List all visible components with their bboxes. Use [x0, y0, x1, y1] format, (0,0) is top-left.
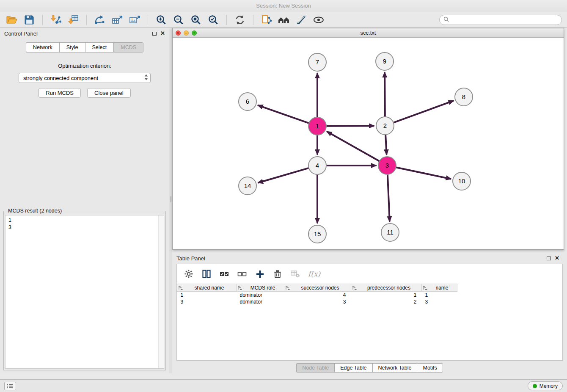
zoom-in-icon[interactable] [154, 14, 168, 26]
graph-node-label-6: 6 [246, 98, 249, 105]
network-window-title: scc.txt [173, 30, 564, 36]
table-cell[interactable]: 4 [284, 292, 351, 298]
graph-edge-2-8[interactable] [394, 101, 453, 122]
memory-button[interactable]: Memory [528, 381, 563, 390]
graph-edge-1-6[interactable] [258, 105, 308, 123]
graph-node-label-3: 3 [385, 162, 389, 169]
graph-edge-1-2[interactable] [327, 126, 374, 126]
apply-style-icon[interactable] [295, 14, 308, 26]
column-header[interactable]: successor nodes [284, 284, 351, 292]
table-panel-title: Table Panel [176, 255, 205, 262]
graph-node-label-11: 11 [387, 229, 394, 236]
close-panel-button[interactable]: Close panel [87, 88, 131, 98]
table-cell-filler [457, 292, 563, 298]
column-header[interactable]: name [422, 284, 457, 292]
column-header[interactable]: shared name [177, 284, 237, 292]
criterion-dropdown-value: strongly connected component [23, 75, 144, 81]
network-window: × − + scc.txt 7968124314101511 [172, 28, 564, 250]
delete-icon[interactable] [272, 269, 283, 279]
columns-icon[interactable] [201, 269, 212, 279]
panel-splitter[interactable] [169, 28, 172, 373]
graph-edge-3-11[interactable] [388, 175, 390, 221]
delete-table-icon[interactable] [290, 269, 300, 279]
tab-edge-table[interactable]: Edge Table [334, 363, 372, 373]
toolbar-separator [86, 15, 87, 25]
sort-icon[interactable] [286, 286, 290, 290]
close-table-panel-icon[interactable]: ✕ [555, 256, 559, 260]
network-share-icon[interactable] [260, 14, 273, 26]
export-table-icon[interactable] [110, 14, 124, 26]
import-network-icon[interactable] [49, 14, 63, 26]
table-cell[interactable]: 2 [351, 298, 422, 305]
table-cell[interactable]: 1 [351, 292, 422, 298]
zoom-out-icon[interactable] [172, 14, 185, 26]
save-session-icon[interactable] [22, 14, 36, 26]
mcds-result-group: MCDS result (2 nodes) 1 3 [3, 208, 166, 370]
column-header[interactable]: MCDS role [237, 284, 284, 292]
zoom-selected-icon[interactable] [206, 14, 220, 26]
search-input[interactable] [451, 17, 558, 23]
graph-edge-2-9[interactable] [385, 73, 385, 116]
function-builder-icon[interactable]: f(x) [308, 270, 320, 278]
export-image-icon[interactable] [128, 14, 141, 26]
first-neighbors-icon[interactable] [277, 14, 291, 26]
tab-network-table[interactable]: Network Table [372, 363, 417, 373]
tab-select[interactable]: Select [85, 42, 114, 52]
unselect-all-icon[interactable] [237, 269, 247, 279]
toolbar-separator [226, 15, 227, 25]
show-hide-panel-icon[interactable] [312, 14, 325, 26]
toolbar-separator [253, 15, 253, 25]
table-cell[interactable]: 3 [284, 298, 351, 305]
table-row[interactable]: 1dominator411 [177, 292, 563, 298]
close-panel-icon[interactable]: ✕ [160, 31, 165, 36]
column-header-filler [457, 284, 563, 292]
table-cell[interactable]: 3 [177, 298, 237, 305]
table-toolbar: f(x) [177, 264, 562, 284]
mcds-result-list[interactable]: 1 3 [5, 215, 164, 369]
graph-edge-2-3[interactable] [385, 135, 386, 154]
tab-motifs[interactable]: Motifs [417, 363, 443, 373]
tab-network[interactable]: Network [26, 42, 59, 52]
control-panel-title: Control Panel [4, 30, 38, 37]
sort-icon[interactable] [352, 286, 357, 290]
control-panel-tabs: NetworkStyleSelectMCDS [0, 42, 169, 52]
network-graph[interactable]: 7968124314101511 [173, 38, 564, 249]
zoom-fit-icon[interactable] [189, 14, 203, 26]
table-cell[interactable]: dominator [237, 298, 284, 305]
select-all-icon[interactable] [219, 269, 229, 279]
graph-edge-3-10[interactable] [396, 168, 451, 179]
float-table-panel-icon[interactable] [547, 257, 551, 260]
add-row-icon[interactable] [255, 269, 265, 279]
tab-style[interactable]: Style [59, 42, 85, 52]
table-panel: Table Panel ✕ [172, 253, 567, 376]
export-network-icon[interactable] [93, 14, 107, 26]
table-row[interactable]: 3dominator323 [177, 298, 563, 305]
open-session-icon[interactable] [5, 14, 19, 26]
network-canvas[interactable]: 7968124314101511 [173, 38, 564, 249]
import-table-icon[interactable] [66, 14, 80, 26]
graph-edge-3-1[interactable] [328, 132, 379, 161]
sort-icon[interactable] [238, 286, 242, 290]
graph-node-label-14: 14 [244, 182, 251, 189]
tab-node-table[interactable]: Node Table [296, 363, 334, 373]
graph-edge-4-14[interactable] [259, 168, 308, 182]
criterion-dropdown[interactable]: strongly connected component [19, 73, 151, 83]
sort-icon[interactable] [423, 286, 428, 290]
gear-icon[interactable] [184, 269, 194, 279]
table-cell[interactable]: 1 [422, 292, 457, 298]
run-mcds-button[interactable]: Run MCDS [39, 88, 81, 98]
table-cell[interactable]: dominator [237, 292, 284, 298]
table-cell-filler [457, 298, 563, 305]
table-cell[interactable]: 3 [422, 298, 457, 305]
refresh-icon[interactable] [233, 14, 247, 26]
graph-node-label-1: 1 [316, 122, 319, 130]
status-menu-button[interactable] [4, 382, 16, 390]
graph-node-label-8: 8 [462, 93, 465, 100]
graph-node-label-2: 2 [383, 122, 387, 129]
tab-mcds[interactable]: MCDS [113, 42, 143, 52]
sort-icon[interactable] [179, 286, 183, 290]
table-cell[interactable]: 1 [177, 292, 237, 298]
list-icon [7, 384, 14, 389]
float-panel-icon[interactable] [152, 32, 157, 36]
column-header[interactable]: predecessor nodes [351, 284, 422, 292]
